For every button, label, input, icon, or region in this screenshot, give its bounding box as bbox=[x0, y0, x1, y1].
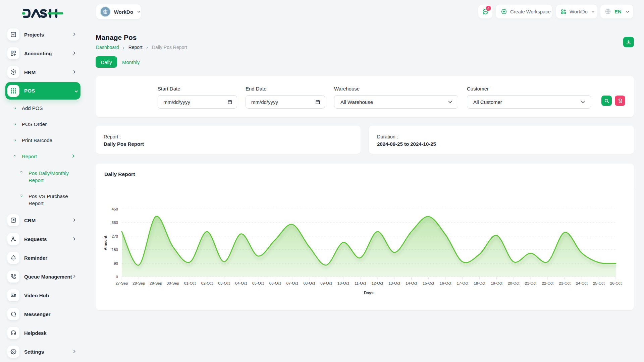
svg-text:450: 450 bbox=[112, 207, 118, 211]
svg-text:05-Oct: 05-Oct bbox=[252, 281, 264, 285]
svg-text:04-Oct: 04-Oct bbox=[235, 281, 247, 285]
svg-text:11-Oct: 11-Oct bbox=[355, 281, 366, 285]
svg-text:15-Oct: 15-Oct bbox=[423, 281, 434, 285]
svg-text:08-Oct: 08-Oct bbox=[303, 281, 315, 285]
svg-text:270: 270 bbox=[112, 234, 118, 238]
svg-text:21-Oct: 21-Oct bbox=[525, 281, 537, 285]
svg-text:01-Oct: 01-Oct bbox=[184, 281, 196, 285]
svg-text:18-Oct: 18-Oct bbox=[474, 281, 485, 285]
svg-text:14-Oct: 14-Oct bbox=[406, 281, 417, 285]
svg-text:29-Sep: 29-Sep bbox=[150, 281, 162, 285]
svg-text:22-Oct: 22-Oct bbox=[542, 281, 554, 285]
svg-text:90: 90 bbox=[114, 261, 118, 265]
svg-text:10-Oct: 10-Oct bbox=[337, 281, 349, 285]
svg-text:07-Oct: 07-Oct bbox=[286, 281, 298, 285]
svg-text:02-Oct: 02-Oct bbox=[201, 281, 213, 285]
svg-text:Amount: Amount bbox=[103, 236, 107, 250]
svg-text:180: 180 bbox=[112, 248, 118, 252]
svg-text:30-Sep: 30-Sep bbox=[167, 281, 179, 285]
svg-text:06-Oct: 06-Oct bbox=[269, 281, 281, 285]
svg-text:24-Oct: 24-Oct bbox=[576, 281, 588, 285]
svg-text:25-Oct: 25-Oct bbox=[593, 281, 605, 285]
svg-text:17-Oct: 17-Oct bbox=[457, 281, 469, 285]
svg-text:19-Oct: 19-Oct bbox=[491, 281, 502, 285]
svg-text:12-Oct: 12-Oct bbox=[372, 281, 383, 285]
svg-text:20-Oct: 20-Oct bbox=[508, 281, 520, 285]
svg-text:28-Sep: 28-Sep bbox=[132, 281, 145, 285]
svg-text:0: 0 bbox=[116, 275, 118, 279]
svg-text:23-Oct: 23-Oct bbox=[559, 281, 571, 285]
svg-text:360: 360 bbox=[112, 221, 118, 225]
svg-text:09-Oct: 09-Oct bbox=[320, 281, 332, 285]
svg-text:16-Oct: 16-Oct bbox=[440, 281, 451, 285]
svg-text:Days: Days bbox=[364, 291, 374, 295]
svg-text:03-Oct: 03-Oct bbox=[218, 281, 230, 285]
svg-text:13-Oct: 13-Oct bbox=[388, 281, 400, 285]
svg-text:26-Oct: 26-Oct bbox=[610, 281, 622, 285]
svg-text:27-Sep: 27-Sep bbox=[115, 281, 128, 285]
